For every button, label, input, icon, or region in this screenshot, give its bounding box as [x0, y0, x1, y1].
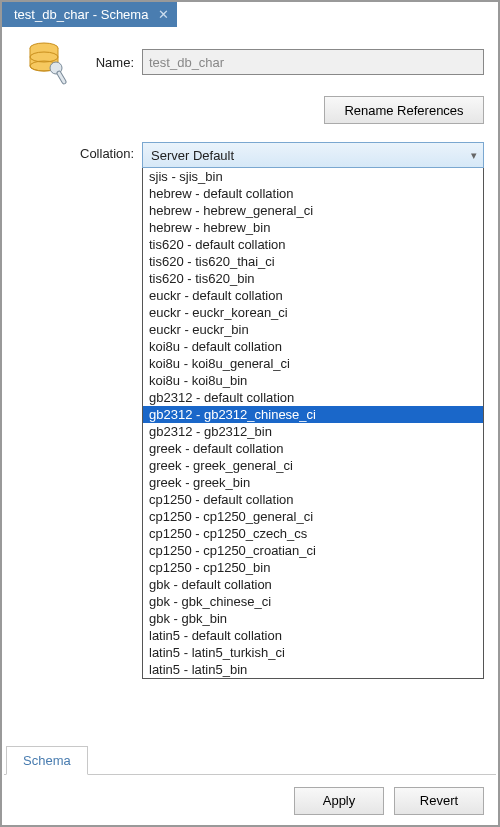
collation-option[interactable]: cp1250 - cp1250_bin: [143, 559, 483, 576]
tab-bar: test_db_char - Schema ✕: [2, 2, 498, 28]
collation-option[interactable]: koi8u - default collation: [143, 338, 483, 355]
revert-button[interactable]: Revert: [394, 787, 484, 815]
apply-button[interactable]: Apply: [294, 787, 384, 815]
collation-option[interactable]: cp1250 - cp1250_general_ci: [143, 508, 483, 525]
collation-dropdown-list[interactable]: sjis - sjis_binhebrew - default collatio…: [142, 168, 484, 679]
collation-option[interactable]: hebrew - hebrew_bin: [143, 219, 483, 236]
collation-option[interactable]: euckr - default collation: [143, 287, 483, 304]
collation-option[interactable]: euckr - euckr_korean_ci: [143, 304, 483, 321]
name-input[interactable]: [142, 49, 484, 75]
collation-option[interactable]: latin5 - latin5_turkish_ci: [143, 644, 483, 661]
close-icon[interactable]: ✕: [158, 7, 169, 22]
rename-references-button[interactable]: Rename References: [324, 96, 484, 124]
svg-rect-4: [56, 70, 66, 84]
collation-option[interactable]: koi8u - koi8u_general_ci: [143, 355, 483, 372]
collation-option[interactable]: koi8u - koi8u_bin: [143, 372, 483, 389]
database-wrench-icon: [24, 38, 72, 86]
collation-option[interactable]: gbk - gbk_chinese_ci: [143, 593, 483, 610]
collation-option[interactable]: cp1250 - cp1250_czech_cs: [143, 525, 483, 542]
collation-option[interactable]: cp1250 - cp1250_croatian_ci: [143, 542, 483, 559]
collation-option[interactable]: latin5 - default collation: [143, 627, 483, 644]
collation-option[interactable]: tis620 - tis620_thai_ci: [143, 253, 483, 270]
collation-option[interactable]: greek - greek_bin: [143, 474, 483, 491]
collation-label: Collation:: [80, 142, 142, 161]
collation-option[interactable]: latin5 - latin5_bin: [143, 661, 483, 678]
collation-option[interactable]: gb2312 - default collation: [143, 389, 483, 406]
collation-option[interactable]: gb2312 - gb2312_bin: [143, 423, 483, 440]
collation-option[interactable]: gbk - default collation: [143, 576, 483, 593]
tab-schema[interactable]: Schema: [6, 746, 88, 775]
name-label: Name:: [80, 55, 142, 70]
collation-option[interactable]: sjis - sjis_bin: [143, 168, 483, 185]
collation-option[interactable]: gbk - gbk_bin: [143, 610, 483, 627]
schema-tab[interactable]: test_db_char - Schema ✕: [2, 2, 177, 27]
collation-option[interactable]: euckr - euckr_bin: [143, 321, 483, 338]
collation-option[interactable]: hebrew - hebrew_general_ci: [143, 202, 483, 219]
collation-option[interactable]: hebrew - default collation: [143, 185, 483, 202]
collation-option[interactable]: tis620 - default collation: [143, 236, 483, 253]
tab-title: test_db_char - Schema: [14, 7, 148, 22]
collation-option[interactable]: greek - greek_general_ci: [143, 457, 483, 474]
collation-selected-text: Server Default: [151, 148, 234, 163]
chevron-down-icon: ▾: [471, 149, 477, 162]
collation-option[interactable]: tis620 - tis620_bin: [143, 270, 483, 287]
collation-combo[interactable]: Server Default ▾ sjis - sjis_binhebrew -…: [142, 142, 484, 679]
schema-icon: [16, 38, 80, 86]
collation-combo-head[interactable]: Server Default ▾: [142, 142, 484, 168]
form-area: Name: Rename References Collation: Serve…: [2, 28, 498, 699]
collation-option[interactable]: gb2312 - gb2312_chinese_ci: [143, 406, 483, 423]
collation-option[interactable]: greek - default collation: [143, 440, 483, 457]
bottom-tab-bar: Schema: [4, 747, 496, 775]
collation-option[interactable]: cp1250 - default collation: [143, 491, 483, 508]
footer-actions: Apply Revert: [4, 777, 496, 823]
